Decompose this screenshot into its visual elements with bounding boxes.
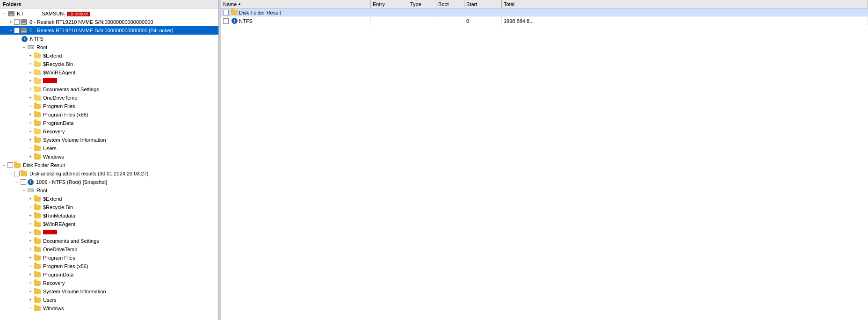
expand-btn[interactable]: + bbox=[27, 61, 34, 67]
tree-node-redbar1[interactable]: + bbox=[0, 77, 218, 85]
expand-btn[interactable]: + bbox=[27, 288, 34, 295]
tree-node-onedrivetemp2[interactable]: +OneDriveTemp bbox=[0, 245, 218, 254]
folder-red-icon bbox=[34, 128, 41, 135]
grid-row-checkbox[interactable] bbox=[223, 10, 229, 15]
tree-checkbox[interactable] bbox=[21, 179, 26, 185]
expand-btn[interactable]: − bbox=[1, 10, 7, 17]
tree-checkbox[interactable] bbox=[14, 171, 20, 176]
tree-node-programdata2[interactable]: +ProgramData bbox=[0, 270, 218, 279]
expand-btn[interactable]: + bbox=[27, 86, 34, 93]
info-grid-icon: i bbox=[231, 17, 238, 25]
tree-node-docsettings2[interactable]: +Documents and Settings bbox=[0, 237, 218, 245]
expand-btn[interactable]: + bbox=[27, 120, 34, 126]
expand-btn[interactable]: + bbox=[27, 271, 34, 278]
folder-icon bbox=[34, 102, 41, 110]
expand-btn[interactable]: + bbox=[27, 229, 34, 236]
tree-node-recycle2[interactable]: +$Recycle.Bin bbox=[0, 203, 218, 211]
right-panel: Name ▲ Entry Type Boot Start Total Disk … bbox=[221, 0, 868, 320]
tree-node-recovery2[interactable]: +Recovery bbox=[0, 279, 218, 287]
tree-node-recycle[interactable]: +$Recycle.Bin bbox=[0, 60, 218, 68]
tree-node-onedrivetemp[interactable]: +OneDriveTemp bbox=[0, 94, 218, 102]
expand-btn[interactable]: + bbox=[27, 305, 34, 312]
tree-node-windows2[interactable]: +Windows bbox=[0, 304, 218, 313]
expand-btn[interactable]: + bbox=[7, 19, 14, 25]
expand-btn[interactable]: + bbox=[27, 212, 34, 219]
expand-btn[interactable]: + bbox=[27, 280, 34, 286]
col-header-start[interactable]: Start bbox=[464, 0, 502, 8]
tree-node-label bbox=[43, 230, 57, 235]
tree-node-winreagent[interactable]: +$WinREAgent bbox=[0, 68, 218, 77]
tree-node-redbar2[interactable]: + bbox=[0, 228, 218, 237]
tree-node-sysvolinfo[interactable]: +System Volume Information bbox=[0, 136, 218, 144]
expand-btn[interactable]: + bbox=[27, 263, 34, 269]
hdd-icon bbox=[7, 10, 15, 17]
tree-node-rmmetadata[interactable]: +$RmMetadata bbox=[0, 211, 218, 220]
expand-btn[interactable]: + bbox=[27, 137, 34, 143]
tree-node-windows1[interactable]: +Windows bbox=[0, 153, 218, 161]
expand-btn[interactable]: + bbox=[27, 69, 34, 76]
expand-btn[interactable]: + bbox=[27, 145, 34, 152]
expand-btn[interactable]: − bbox=[1, 162, 7, 168]
grid-row[interactable]: iNTFS01998 884 8... bbox=[221, 17, 868, 25]
tree-container[interactable]: −K:\ SAMSUN- LB-00B00\+0 - Realtek RTL92… bbox=[0, 8, 218, 320]
expand-btn[interactable]: + bbox=[27, 128, 34, 135]
tree-node-extend[interactable]: +$Extend bbox=[0, 51, 218, 60]
tree-node-programfiles[interactable]: +Program Files bbox=[0, 102, 218, 110]
expand-btn[interactable]: + bbox=[27, 221, 34, 227]
tree-node-root2[interactable]: −Root bbox=[0, 186, 218, 195]
tree-node-ntfs[interactable]: −iNTFS bbox=[0, 35, 218, 43]
tree-node-docsettings[interactable]: +Documents and Settings bbox=[0, 85, 218, 94]
expand-btn[interactable]: + bbox=[27, 204, 34, 211]
grid-row-checkbox[interactable] bbox=[223, 18, 229, 24]
col-header-total[interactable]: Total bbox=[502, 0, 868, 8]
tree-checkbox[interactable] bbox=[14, 19, 20, 25]
tree-node-analyzeresults[interactable]: −Disk analizing attempt results (30.01.2… bbox=[0, 169, 218, 178]
expand-btn[interactable]: + bbox=[27, 238, 34, 244]
expand-btn[interactable]: − bbox=[21, 187, 27, 194]
tree-node-ntfs1006[interactable]: −i1006 - NTFS (Root) [Snapshot] bbox=[0, 178, 218, 186]
tree-node-label: Windows bbox=[43, 305, 64, 311]
tree-node-winreagent2[interactable]: +$WinREAgent bbox=[0, 220, 218, 228]
tree-checkbox[interactable] bbox=[7, 162, 13, 168]
tree-node-disk0[interactable]: +0 - Realtek RTL9210 NVME S/N:0000000000… bbox=[0, 18, 218, 26]
col-header-entry[interactable]: Entry bbox=[371, 0, 408, 8]
grid-body[interactable]: Disk Folder ResultiNTFS01998 884 8... bbox=[221, 8, 868, 320]
folder-icon bbox=[34, 288, 41, 295]
tree-node-programfilesx86[interactable]: +Program Files (x86) bbox=[0, 110, 218, 119]
tree-node-sysvolinfo2[interactable]: +System Volume Information bbox=[0, 287, 218, 296]
tree-node-programdata[interactable]: +ProgramData bbox=[0, 119, 218, 127]
expand-btn[interactable]: − bbox=[7, 27, 14, 34]
folder-icon bbox=[34, 195, 41, 203]
grid-row[interactable]: Disk Folder Result bbox=[221, 8, 868, 17]
expand-btn[interactable]: + bbox=[27, 103, 34, 109]
col-header-type[interactable]: Type bbox=[408, 0, 436, 8]
tree-node-root1[interactable]: −Root bbox=[0, 43, 218, 51]
tree-node-extend2[interactable]: +$Extend bbox=[0, 195, 218, 203]
tree-node-drive-k[interactable]: −K:\ SAMSUN- LB-00B00\ bbox=[0, 9, 218, 18]
tree-node-programfiles2[interactable]: +Program Files bbox=[0, 254, 218, 262]
expand-btn[interactable]: + bbox=[27, 95, 34, 101]
tree-node-diskfolderresult[interactable]: −Disk Folder Result bbox=[0, 161, 218, 169]
expand-btn[interactable]: − bbox=[7, 170, 14, 177]
tree-checkbox[interactable] bbox=[14, 28, 20, 33]
expand-btn[interactable]: + bbox=[27, 297, 34, 303]
expand-btn[interactable]: + bbox=[27, 78, 34, 84]
expand-btn[interactable]: + bbox=[27, 52, 34, 59]
tree-node-users1[interactable]: +Users bbox=[0, 144, 218, 153]
expand-btn[interactable]: + bbox=[27, 196, 34, 202]
tree-node-disk1[interactable]: −1 - Realtek RTL9210 NVME S/N:0000000000… bbox=[0, 26, 218, 35]
expand-btn[interactable]: − bbox=[14, 36, 21, 42]
expand-btn[interactable]: − bbox=[21, 44, 27, 51]
expand-btn[interactable]: − bbox=[14, 179, 21, 185]
tree-node-recovery1[interactable]: +Recovery bbox=[0, 127, 218, 136]
col-header-name[interactable]: Name ▲ bbox=[221, 0, 371, 8]
tree-node-programfilesx862[interactable]: +Program Files (x86) bbox=[0, 262, 218, 270]
col-boot-label: Boot bbox=[438, 1, 449, 7]
expand-btn[interactable]: + bbox=[27, 246, 34, 253]
expand-btn[interactable]: + bbox=[27, 255, 34, 261]
col-header-boot[interactable]: Boot bbox=[436, 0, 464, 8]
tree-node-users2[interactable]: +Users bbox=[0, 296, 218, 304]
expand-btn[interactable]: + bbox=[27, 153, 34, 160]
expand-btn[interactable]: + bbox=[27, 111, 34, 118]
folder-icon bbox=[34, 153, 41, 160]
